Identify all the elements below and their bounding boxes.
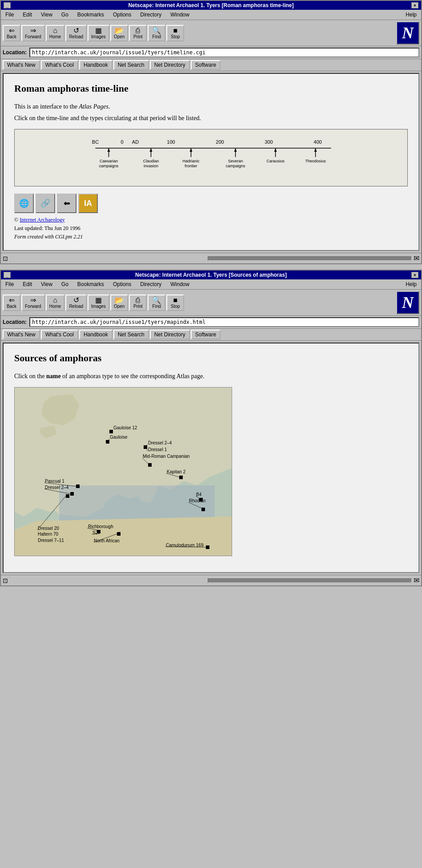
menu-go-2[interactable]: Go: [59, 280, 71, 288]
software-btn-1[interactable]: Software: [191, 60, 221, 70]
icon-box-2[interactable]: 🔗: [36, 194, 55, 213]
label-kapitan2[interactable]: Kapitan 2: [167, 469, 186, 474]
map-svg[interactable]: Gauloise 12 Gauloise Dressel 2–4 Dressel…: [15, 388, 232, 556]
net-search-btn-2[interactable]: Net Search: [113, 330, 149, 339]
menu-options-2[interactable]: Options: [110, 280, 134, 288]
timeline-container[interactable]: BC 0 AD 100 200 300 400 Caesarian campai…: [14, 129, 408, 186]
dot-north-african[interactable]: [117, 532, 121, 536]
label-gauloise[interactable]: Gauloise: [110, 435, 128, 440]
net-search-btn-1[interactable]: Net Search: [113, 60, 149, 70]
menu-window-1[interactable]: Window: [168, 11, 192, 19]
open-button-1[interactable]: 📂 Open: [110, 25, 128, 41]
handbook-btn-1[interactable]: Handbook: [79, 60, 113, 70]
menu-file-1[interactable]: File: [3, 11, 16, 19]
label-richborough[interactable]: Richborough: [88, 524, 113, 529]
label-dressel24-spain[interactable]: Dressel 2–4: [45, 485, 69, 490]
dot-rhodian[interactable]: [201, 508, 205, 511]
close-btn-2[interactable]: ×: [411, 272, 418, 278]
back-button-1[interactable]: ⇐ Back: [3, 25, 20, 41]
reload-button-1[interactable]: ↺ Reload: [65, 25, 87, 41]
images-button-1[interactable]: ▦ Images: [88, 25, 109, 41]
icon-box-4[interactable]: IA: [78, 194, 98, 213]
menu-options-1[interactable]: Options: [110, 11, 134, 19]
close-btn-1[interactable]: ×: [411, 2, 418, 8]
handbook-btn-2[interactable]: Handbook: [79, 330, 113, 339]
minimize-btn-1[interactable]: _: [4, 2, 11, 8]
menu-edit-1[interactable]: Edit: [20, 11, 35, 19]
menu-window-2[interactable]: Window: [168, 280, 192, 288]
images-button-2[interactable]: ▦ Images: [88, 295, 109, 311]
back-button-2[interactable]: ⇐ Back: [3, 295, 20, 311]
label-dressel20[interactable]: Dressel 20: [38, 526, 59, 531]
location-input-1[interactable]: [29, 48, 419, 57]
open-icon-1: 📂: [115, 27, 124, 34]
dot-mid-roman[interactable]: [148, 463, 152, 467]
find-button-1[interactable]: 🔍 Find: [148, 25, 165, 41]
svg-marker-28: [314, 148, 317, 152]
dot-dressel20[interactable]: [66, 494, 69, 498]
whats-cool-btn-1[interactable]: What's Cool: [41, 60, 78, 70]
stop-button-2[interactable]: ■ Stop: [166, 295, 184, 311]
open-button-2[interactable]: 📂 Open: [110, 295, 128, 311]
location-label-2: Location:: [3, 319, 27, 325]
dot-kapitan2[interactable]: [179, 476, 183, 479]
net-directory-btn-2[interactable]: Net Directory: [150, 330, 190, 339]
reload-icon-2: ↺: [73, 297, 79, 304]
forward-button-1[interactable]: ⇒ Forward: [21, 25, 45, 41]
menu-file-2[interactable]: File: [3, 280, 16, 288]
reload-button-2[interactable]: ↺ Reload: [65, 295, 87, 311]
menu-help-2[interactable]: Help: [403, 280, 419, 288]
home-button-2[interactable]: ⌂ Home: [46, 295, 65, 311]
label-pascual1[interactable]: Pascual 1: [45, 479, 64, 484]
svg-text:frontier: frontier: [185, 164, 197, 168]
print-button-2[interactable]: ⎙ Print: [129, 295, 147, 311]
mail-icon-1[interactable]: ✉: [414, 254, 419, 262]
forward-button-2[interactable]: ⇒ Forward: [21, 295, 45, 311]
internet-archaeology-link[interactable]: Internet Archaeology: [20, 217, 65, 223]
location-input-2[interactable]: [29, 317, 419, 327]
label-mid-roman[interactable]: Mid-Roman Campanian: [143, 454, 190, 459]
icon-box-3[interactable]: ⬅: [57, 194, 76, 213]
map-container[interactable]: Gauloise 12 Gauloise Dressel 2–4 Dressel…: [14, 387, 232, 556]
print-button-1[interactable]: ⎙ Print: [129, 25, 147, 41]
label-haltern70[interactable]: Haltern 70: [38, 532, 59, 537]
svg-text:Claudian: Claudian: [143, 159, 159, 163]
label-dressel24[interactable]: Dressel 2–4: [148, 440, 172, 445]
label-b4[interactable]: B4: [196, 492, 202, 497]
menu-directory-2[interactable]: Directory: [137, 280, 164, 288]
home-button-1[interactable]: ⌂ Home: [46, 25, 65, 41]
dot-dressel24-spain[interactable]: [70, 492, 74, 496]
dot-gauloise12[interactable]: [109, 430, 113, 433]
label-dressel1[interactable]: Dressel 1: [148, 447, 167, 452]
stop-icon-2: ■: [173, 297, 178, 304]
net-directory-btn-1[interactable]: Net Directory: [150, 60, 190, 70]
mail-icon-2[interactable]: ✉: [414, 576, 419, 585]
find-button-2[interactable]: 🔍 Find: [148, 295, 165, 311]
menu-directory-1[interactable]: Directory: [137, 11, 164, 19]
menu-help-1[interactable]: Help: [403, 11, 419, 19]
whats-cool-btn-2[interactable]: What's Cool: [41, 330, 78, 339]
software-btn-2[interactable]: Software: [191, 330, 221, 339]
minimize-btn-2[interactable]: _: [4, 272, 11, 278]
label-gauloise12[interactable]: Gauloise 12: [113, 425, 137, 430]
stop-button-1[interactable]: ■ Stop: [166, 25, 184, 41]
menu-view-1[interactable]: View: [38, 11, 55, 19]
menu-bookmarks-1[interactable]: Bookmarks: [75, 11, 107, 19]
label-rhodian[interactable]: Rhodian: [189, 498, 205, 503]
menu-edit-2[interactable]: Edit: [20, 280, 35, 288]
timeline-svg[interactable]: BC 0 AD 100 200 300 400 Caesarian campai…: [22, 135, 400, 179]
svg-text:Theodosius: Theodosius: [305, 159, 326, 163]
whats-new-btn-2[interactable]: What's New: [3, 330, 40, 339]
label-s27[interactable]: S27: [92, 530, 100, 535]
label-dressel711[interactable]: Dressel 7–11: [38, 538, 64, 543]
whats-new-btn-1[interactable]: What's New: [3, 60, 40, 70]
menu-bookmarks-2[interactable]: Bookmarks: [75, 280, 107, 288]
icon-box-1[interactable]: 🌐: [14, 194, 34, 213]
menu-view-2[interactable]: View: [38, 280, 55, 288]
menu-go-1[interactable]: Go: [59, 11, 71, 19]
menu-bar-1: File Edit View Go Bookmarks Options Dire…: [1, 10, 421, 20]
back-icon-1: ⇐: [9, 27, 15, 34]
dot-camulodunum[interactable]: [206, 545, 209, 549]
forward-icon-1: ⇒: [30, 27, 36, 34]
dot-pascual1[interactable]: [76, 484, 80, 488]
